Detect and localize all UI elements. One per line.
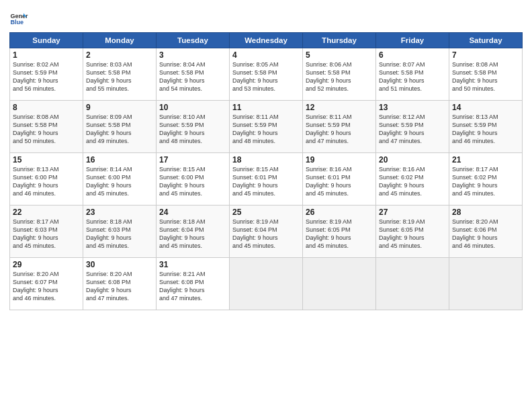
calendar-header: SundayMondayTuesdayWednesdayThursdayFrid…	[10, 33, 523, 48]
calendar-cell: 1Sunrise: 8:02 AMSunset: 5:59 PMDaylight…	[10, 48, 83, 101]
day-info: Sunrise: 8:10 AMSunset: 5:59 PMDaylight:…	[159, 113, 226, 146]
day-number: 7	[452, 50, 519, 60]
calendar-week-0: 1Sunrise: 8:02 AMSunset: 5:59 PMDaylight…	[10, 48, 523, 101]
day-info: Sunrise: 8:20 AMSunset: 6:08 PMDaylight:…	[86, 270, 153, 303]
calendar-cell	[449, 258, 523, 310]
day-number: 26	[306, 208, 373, 217]
calendar-cell: 10Sunrise: 8:10 AMSunset: 5:59 PMDayligh…	[157, 101, 230, 153]
day-info: Sunrise: 8:19 AMSunset: 6:05 PMDaylight:…	[306, 218, 373, 250]
day-info: Sunrise: 8:16 AMSunset: 6:01 PMDaylight:…	[306, 165, 373, 198]
day-number: 3	[159, 50, 226, 60]
calendar-cell: 8Sunrise: 8:08 AMSunset: 5:58 PMDaylight…	[10, 101, 83, 153]
day-info: Sunrise: 8:14 AMSunset: 6:00 PMDaylight:…	[86, 165, 153, 198]
calendar-cell: 14Sunrise: 8:13 AMSunset: 5:59 PMDayligh…	[449, 101, 523, 153]
calendar-cell: 2Sunrise: 8:03 AMSunset: 5:58 PMDaylight…	[83, 48, 157, 101]
calendar-week-1: 8Sunrise: 8:08 AMSunset: 5:58 PMDaylight…	[10, 101, 523, 153]
day-info: Sunrise: 8:12 AMSunset: 5:59 PMDaylight:…	[379, 113, 446, 146]
day-info: Sunrise: 8:18 AMSunset: 6:04 PMDaylight:…	[159, 218, 226, 250]
day-number: 15	[13, 155, 80, 165]
calendar-cell: 18Sunrise: 8:15 AMSunset: 6:01 PMDayligh…	[230, 153, 303, 205]
calendar-body: 1Sunrise: 8:02 AMSunset: 5:59 PMDaylight…	[10, 48, 523, 310]
day-number: 22	[13, 208, 80, 217]
day-info: Sunrise: 8:13 AMSunset: 5:59 PMDaylight:…	[452, 113, 519, 146]
calendar-cell: 4Sunrise: 8:05 AMSunset: 5:58 PMDaylight…	[230, 48, 303, 101]
day-info: Sunrise: 8:19 AMSunset: 6:04 PMDaylight:…	[232, 218, 300, 250]
day-info: Sunrise: 8:19 AMSunset: 6:05 PMDaylight:…	[379, 218, 446, 250]
day-info: Sunrise: 8:21 AMSunset: 6:08 PMDaylight:…	[159, 270, 226, 303]
calendar-cell: 19Sunrise: 8:16 AMSunset: 6:01 PMDayligh…	[303, 153, 376, 205]
calendar-cell: 20Sunrise: 8:16 AMSunset: 6:02 PMDayligh…	[376, 153, 449, 205]
day-info: Sunrise: 8:07 AMSunset: 5:58 PMDaylight:…	[379, 60, 446, 93]
calendar-cell: 15Sunrise: 8:13 AMSunset: 6:00 PMDayligh…	[10, 153, 83, 205]
calendar-cell	[376, 258, 449, 310]
calendar-cell: 23Sunrise: 8:18 AMSunset: 6:03 PMDayligh…	[83, 205, 157, 258]
day-info: Sunrise: 8:11 AMSunset: 5:59 PMDaylight:…	[306, 113, 373, 146]
day-info: Sunrise: 8:17 AMSunset: 6:03 PMDaylight:…	[13, 218, 80, 250]
calendar-cell: 24Sunrise: 8:18 AMSunset: 6:04 PMDayligh…	[157, 205, 230, 258]
day-number: 29	[13, 260, 80, 269]
weekday-row: SundayMondayTuesdayWednesdayThursdayFrid…	[10, 33, 523, 48]
day-number: 8	[13, 103, 80, 112]
weekday-header-saturday: Saturday	[449, 33, 523, 48]
day-number: 1	[13, 50, 80, 60]
calendar-cell: 25Sunrise: 8:19 AMSunset: 6:04 PMDayligh…	[230, 205, 303, 258]
day-number: 24	[159, 208, 226, 217]
day-number: 6	[379, 50, 446, 60]
svg-text:Blue: Blue	[10, 19, 24, 26]
day-number: 31	[159, 260, 226, 269]
day-number: 19	[306, 155, 373, 165]
day-number: 30	[86, 260, 153, 269]
weekday-header-wednesday: Wednesday	[230, 33, 303, 48]
calendar-week-4: 29Sunrise: 8:20 AMSunset: 6:07 PMDayligh…	[10, 258, 523, 310]
day-info: Sunrise: 8:13 AMSunset: 6:00 PMDaylight:…	[13, 165, 80, 198]
day-number: 4	[232, 50, 300, 60]
day-number: 10	[159, 103, 226, 112]
day-number: 16	[86, 155, 153, 165]
day-info: Sunrise: 8:04 AMSunset: 5:58 PMDaylight:…	[159, 60, 226, 93]
calendar-cell: 3Sunrise: 8:04 AMSunset: 5:58 PMDaylight…	[157, 48, 230, 101]
day-number: 23	[86, 208, 153, 217]
day-info: Sunrise: 8:08 AMSunset: 5:58 PMDaylight:…	[13, 113, 80, 146]
weekday-header-monday: Monday	[83, 33, 157, 48]
day-number: 18	[232, 155, 300, 165]
calendar-cell: 17Sunrise: 8:15 AMSunset: 6:00 PMDayligh…	[157, 153, 230, 205]
day-info: Sunrise: 8:02 AMSunset: 5:59 PMDaylight:…	[13, 60, 80, 93]
day-number: 11	[232, 103, 300, 112]
day-number: 5	[306, 50, 373, 60]
day-info: Sunrise: 8:03 AMSunset: 5:58 PMDaylight:…	[86, 60, 153, 93]
calendar-cell	[230, 258, 303, 310]
calendar-cell: 7Sunrise: 8:08 AMSunset: 5:58 PMDaylight…	[449, 48, 523, 101]
page-container: General Blue SundayMondayTuesdayWednesda…	[0, 0, 532, 316]
day-number: 21	[452, 155, 519, 165]
day-info: Sunrise: 8:20 AMSunset: 6:06 PMDaylight:…	[452, 218, 519, 250]
calendar-table: SundayMondayTuesdayWednesdayThursdayFrid…	[9, 32, 523, 310]
header: General Blue	[9, 7, 523, 28]
day-info: Sunrise: 8:09 AMSunset: 5:58 PMDaylight:…	[86, 113, 153, 146]
day-number: 9	[86, 103, 153, 112]
day-number: 14	[452, 103, 519, 112]
day-info: Sunrise: 8:20 AMSunset: 6:07 PMDaylight:…	[13, 270, 80, 303]
logo-icon: General Blue	[9, 9, 28, 28]
calendar-cell: 27Sunrise: 8:19 AMSunset: 6:05 PMDayligh…	[376, 205, 449, 258]
calendar-cell: 29Sunrise: 8:20 AMSunset: 6:07 PMDayligh…	[10, 258, 83, 310]
weekday-header-friday: Friday	[376, 33, 449, 48]
logo: General Blue	[9, 9, 31, 28]
calendar-cell: 26Sunrise: 8:19 AMSunset: 6:05 PMDayligh…	[303, 205, 376, 258]
calendar-cell: 21Sunrise: 8:17 AMSunset: 6:02 PMDayligh…	[449, 153, 523, 205]
calendar-cell: 6Sunrise: 8:07 AMSunset: 5:58 PMDaylight…	[376, 48, 449, 101]
calendar-week-3: 22Sunrise: 8:17 AMSunset: 6:03 PMDayligh…	[10, 205, 523, 258]
day-info: Sunrise: 8:08 AMSunset: 5:58 PMDaylight:…	[452, 60, 519, 93]
calendar-cell: 9Sunrise: 8:09 AMSunset: 5:58 PMDaylight…	[83, 101, 157, 153]
weekday-header-sunday: Sunday	[10, 33, 83, 48]
day-number: 25	[232, 208, 300, 217]
day-number: 27	[379, 208, 446, 217]
day-info: Sunrise: 8:05 AMSunset: 5:58 PMDaylight:…	[232, 60, 300, 93]
calendar-cell: 28Sunrise: 8:20 AMSunset: 6:06 PMDayligh…	[449, 205, 523, 258]
day-number: 2	[86, 50, 153, 60]
day-number: 17	[159, 155, 226, 165]
calendar-cell	[303, 258, 376, 310]
day-info: Sunrise: 8:17 AMSunset: 6:02 PMDaylight:…	[452, 165, 519, 198]
weekday-header-tuesday: Tuesday	[157, 33, 230, 48]
day-info: Sunrise: 8:11 AMSunset: 5:59 PMDaylight:…	[232, 113, 300, 146]
day-number: 20	[379, 155, 446, 165]
